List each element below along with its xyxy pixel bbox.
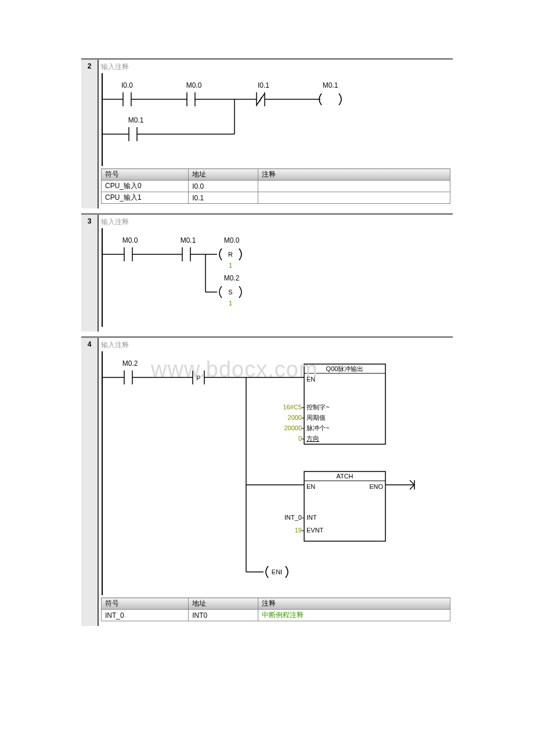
svg-text:控制字~: 控制字~ [306, 404, 329, 411]
symbol-table-2: 符号 地址 注释 CPU_输入0 I0.0 CPU_输入1 I0.1 [101, 168, 450, 204]
network-number: 4 [81, 338, 99, 626]
ladder-rung-2: I0.0 M0.0 I0.1 / [101, 73, 449, 166]
svg-text:脉冲个~: 脉冲个~ [306, 424, 329, 431]
svg-text:ENI: ENI [272, 568, 282, 575]
th-address: 地址 [189, 598, 258, 610]
svg-text:P: P [196, 375, 200, 381]
svg-text:1: 1 [229, 300, 232, 307]
svg-text:S: S [228, 289, 232, 296]
svg-text:M0.1: M0.1 [181, 236, 196, 244]
svg-text:16#C5: 16#C5 [283, 404, 302, 411]
svg-text:周期值: 周期值 [306, 414, 326, 421]
svg-text:/: / [259, 96, 262, 103]
svg-text:R: R [228, 251, 233, 258]
svg-text:INT: INT [306, 514, 317, 521]
svg-line-87 [410, 480, 414, 485]
ladder-rung-3: M0.0 M0.1 M0.0 R 1 [101, 228, 449, 327]
svg-text:M0.0: M0.0 [186, 81, 202, 89]
th-address: 地址 [189, 169, 258, 181]
svg-text:20000: 20000 [284, 424, 302, 431]
comment-label: 输入注释 [101, 217, 450, 227]
svg-text:ENO: ENO [369, 483, 383, 490]
th-comment: 注释 [258, 598, 450, 610]
network-4: 4 输入注释 M0.2 P [81, 336, 453, 626]
svg-text:方向: 方向 [306, 435, 319, 442]
svg-text:INT_0: INT_0 [284, 514, 302, 521]
svg-text:M0.1: M0.1 [323, 81, 338, 89]
svg-text:EN: EN [306, 376, 315, 383]
svg-text:EVNT: EVNT [306, 527, 324, 534]
table-row: CPU_输入0 I0.0 [102, 181, 450, 192]
svg-text:M0.0: M0.0 [122, 236, 138, 244]
svg-text:ATCH: ATCH [336, 473, 353, 480]
network-3: 3 输入注释 M0.0 M0.1 [81, 213, 453, 332]
svg-text:2000: 2000 [288, 414, 302, 421]
symbol-table-4: 符号 地址 注释 INT_0 INT0 中断例程注释 [101, 597, 450, 621]
table-row: CPU_输入1 I0.1 [102, 192, 450, 204]
svg-text:19: 19 [295, 527, 302, 534]
th-symbol: 符号 [102, 169, 189, 181]
th-comment: 注释 [258, 169, 450, 181]
svg-text:Q00脉冲输出: Q00脉冲输出 [326, 365, 364, 372]
svg-text:1: 1 [229, 262, 232, 269]
svg-text:M0.1: M0.1 [128, 116, 144, 124]
svg-text:M0.0: M0.0 [224, 236, 240, 244]
ladder-rung-4: M0.2 P Q00脉冲输出 EN 16#C5 [101, 351, 449, 595]
svg-line-88 [410, 485, 414, 489]
comment-label: 输入注释 [101, 340, 450, 350]
svg-text:0: 0 [298, 435, 302, 442]
th-symbol: 符号 [102, 598, 189, 610]
svg-text:M0.2: M0.2 [224, 274, 240, 282]
svg-text:I0.1: I0.1 [258, 81, 269, 89]
comment-label: 输入注释 [101, 62, 450, 72]
network-number: 2 [81, 60, 99, 208]
svg-text:M0.2: M0.2 [122, 359, 138, 368]
network-2: 2 输入注释 I0.0 M0.0 [81, 58, 453, 208]
network-number: 3 [81, 215, 99, 332]
table-row: INT_0 INT0 中断例程注释 [102, 610, 450, 621]
svg-text:EN: EN [306, 483, 315, 490]
svg-text:I0.0: I0.0 [121, 81, 133, 89]
